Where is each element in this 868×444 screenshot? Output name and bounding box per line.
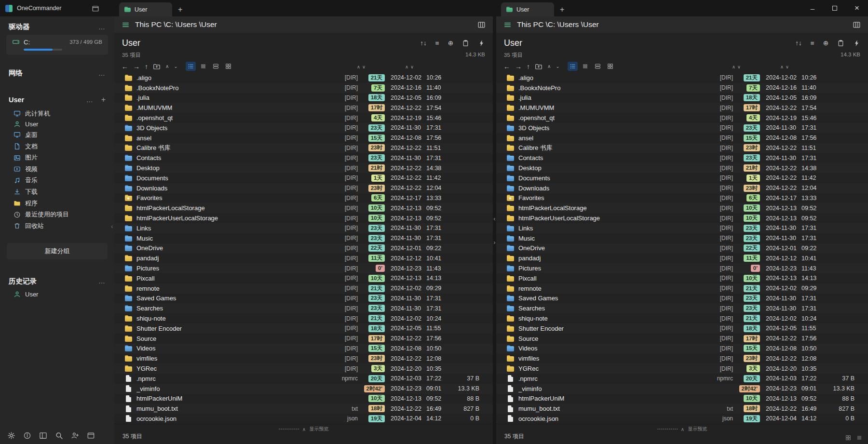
collapse-all-icon[interactable]: ∧ <box>547 64 551 69</box>
new-group-button[interactable]: 新建分组 <box>7 243 108 259</box>
preview-toggle[interactable]: ∧ 显示预览 <box>657 426 707 432</box>
file-row[interactable]: htmlPackerUniM10天2024-12-1309:5288 B <box>496 394 868 404</box>
sidebar-item[interactable]: User <box>5 290 109 300</box>
file-row[interactable]: ansel[DIR]15天2024-12-0817:56 <box>114 133 493 143</box>
view-list-button[interactable] <box>580 62 590 71</box>
file-row[interactable]: Shutter Encoder[DIR]18天2024-12-0511:55 <box>114 323 493 334</box>
group-by-icon[interactable]: ≡ <box>435 40 439 47</box>
search-icon[interactable] <box>55 431 63 440</box>
file-row[interactable]: Source[DIR]17时2024-12-2217:56 <box>496 334 868 344</box>
columns-icon[interactable] <box>477 21 486 29</box>
pane-divider[interactable]: ‹ › <box>493 16 496 444</box>
list-icon[interactable] <box>856 435 862 441</box>
sidebar-collapse-icon[interactable]: ‹ <box>111 223 113 230</box>
file-row[interactable]: pandadj[DIR]11天2024-12-1210:41 <box>496 253 868 263</box>
file-row[interactable]: Searches[DIR]23天2024-11-3017:31 <box>496 303 868 313</box>
file-row[interactable]: Pixcall[DIR]10天2024-12-1314:13 <box>496 273 868 283</box>
file-row[interactable]: .BookxNotePro[DIR]7天2024-12-1611:40 <box>496 83 868 93</box>
new-tab-button[interactable]: + <box>554 2 570 16</box>
sidebar-item[interactable]: 下载 <box>5 186 109 198</box>
sort-order-icon[interactable]: ↑↓ <box>420 40 427 47</box>
up-button[interactable]: ↑ <box>527 63 530 70</box>
drive-item-c[interactable]: C: 373 / 499 GB <box>6 35 108 55</box>
add-circle-icon[interactable]: ⊕ <box>448 40 453 47</box>
file-row[interactable]: .BookxNotePro[DIR]7天2024-12-1611:40 <box>114 83 493 93</box>
forward-button[interactable]: → <box>515 63 522 70</box>
gear-icon[interactable] <box>7 431 15 440</box>
maximize-button[interactable] <box>824 0 846 16</box>
file-row[interactable]: htmlPackerUserLocalStorage[DIR]10天2024-1… <box>114 213 493 223</box>
file-row[interactable]: mumu_boot.txttxt18时2024-12-2216:49827 B <box>114 404 493 414</box>
file-row[interactable]: Shutter Encoder[DIR]18天2024-12-0511:55 <box>496 323 868 334</box>
file-row[interactable]: Music[DIR]23天2024-11-3017:31 <box>114 233 493 243</box>
column-sort-type[interactable]: ∧∨ <box>731 64 742 69</box>
collapse-right-icon[interactable]: › <box>493 239 495 246</box>
view-tiles-button[interactable] <box>605 62 615 71</box>
file-row[interactable]: remnote[DIR]21天2024-12-0209:29 <box>114 283 493 294</box>
file-row[interactable]: pandadj[DIR]11天2024-12-1210:41 <box>114 253 493 263</box>
column-sort-type[interactable]: ∧∨ <box>356 64 366 69</box>
file-row[interactable]: Links[DIR]23天2024-11-3017:31 <box>496 223 868 233</box>
collapse-left-icon[interactable]: ‹ <box>493 215 495 222</box>
file-row[interactable]: .openshot_qt[DIR]4天2024-12-1915:46 <box>496 113 868 123</box>
sidebar-item[interactable]: 程序 <box>5 198 109 209</box>
sidebar-item[interactable]: 回收站 <box>5 220 109 232</box>
file-row[interactable]: Desktop[DIR]21时2024-12-2214:38 <box>496 163 868 173</box>
file-row[interactable]: ocrcookie.jsonjson19天2024-12-0414:120 B <box>496 414 868 424</box>
tab-user[interactable]: User <box>119 2 172 16</box>
file-row[interactable]: ★Favorites[DIR]6天2024-12-1713:33 <box>114 193 493 203</box>
file-row[interactable]: 3D Objects[DIR]23天2024-11-3017:31 <box>114 123 493 133</box>
sidebar-item[interactable]: User <box>5 120 109 130</box>
add-circle-icon[interactable]: ⊕ <box>823 40 828 47</box>
file-row[interactable]: Source[DIR]17时2024-12-2217:56 <box>114 334 493 344</box>
file-row[interactable]: remnote[DIR]21天2024-12-0209:29 <box>496 283 868 294</box>
breadcrumb-path[interactable]: This PC \C: \Users \User <box>135 20 217 29</box>
layout-icon[interactable] <box>39 431 47 440</box>
forward-button[interactable]: → <box>133 63 140 70</box>
user-add-button[interactable]: + <box>101 95 106 104</box>
person-add-icon[interactable] <box>71 431 79 440</box>
file-row[interactable]: YGRec[DIR]3天2024-12-2010:35 <box>496 363 868 374</box>
file-row[interactable]: Downloads[DIR]23时2024-12-2212:04 <box>114 183 493 193</box>
menu-icon[interactable] <box>503 21 512 29</box>
expand-all-icon[interactable]: ⌄ <box>174 64 177 69</box>
file-row[interactable]: .julia[DIR]18天2024-12-0516:09 <box>496 93 868 103</box>
file-row[interactable]: .MUMUVMM[DIR]17时2024-12-2217:54 <box>114 103 493 113</box>
tab-user[interactable]: User <box>501 2 554 16</box>
view-details-button[interactable] <box>186 62 196 71</box>
clipboard-icon[interactable] <box>462 40 469 47</box>
expand-all-icon[interactable]: ⌄ <box>556 64 559 69</box>
file-row[interactable]: OneDrive[DIR]22天2024-12-0109:22 <box>496 243 868 254</box>
file-row[interactable]: Downloads[DIR]23时2024-12-2212:04 <box>496 183 868 193</box>
file-row[interactable]: Pictures[DIR]0'2024-12-2311:43 <box>496 263 868 273</box>
file-row[interactable]: Pixcall[DIR]10天2024-12-1314:13 <box>114 273 493 283</box>
file-row[interactable]: YGRec[DIR]3天2024-12-2010:35 <box>114 363 493 374</box>
column-sort-date[interactable]: ∧∨ <box>404 64 415 69</box>
file-row[interactable]: Contacts[DIR]23天2024-11-3017:31 <box>496 153 868 163</box>
file-row[interactable]: _viminfo2时42'2024-12-2309:0113.3 KB <box>114 384 493 394</box>
file-row[interactable]: Calibre 书库[DIR]23时2024-12-2211:51 <box>114 143 493 153</box>
sidebar-item[interactable]: 此计算机 <box>5 108 109 120</box>
preview-toggle[interactable]: ∧ 显示预览 <box>279 426 328 432</box>
file-row[interactable]: Documents[DIR]1天2024-12-2211:42 <box>496 173 868 183</box>
file-row[interactable]: vimfiles[DIR]23时2024-12-2212:08 <box>114 353 493 363</box>
column-sort-date[interactable]: ∧∨ <box>779 64 790 69</box>
file-row[interactable]: .julia[DIR]18天2024-12-0516:09 <box>114 93 493 103</box>
close-button[interactable]: × <box>846 0 868 16</box>
file-row[interactable]: Contacts[DIR]23天2024-11-3017:31 <box>114 153 493 163</box>
file-row[interactable]: ocrcookie.jsonjson19天2024-12-0414:120 B <box>114 414 493 424</box>
clipboard-icon[interactable] <box>837 40 844 47</box>
file-row[interactable]: ★Favorites[DIR]6天2024-12-1713:33 <box>496 193 868 203</box>
file-row[interactable]: htmlPackerUniM10天2024-12-1309:5288 B <box>114 394 493 404</box>
new-folder-icon[interactable] <box>153 63 161 70</box>
file-row[interactable]: .npmrcnpmrc20天2024-12-0317:2237 B <box>496 374 868 384</box>
file-row[interactable]: htmlPackerUserLocalStorage[DIR]10天2024-1… <box>496 213 868 223</box>
new-window-button[interactable] <box>92 4 99 13</box>
drives-menu-button[interactable]: … <box>98 23 106 31</box>
new-folder-icon[interactable] <box>535 63 542 70</box>
quick-actions-icon[interactable] <box>853 40 860 47</box>
columns-icon[interactable] <box>853 21 861 29</box>
back-button[interactable]: ← <box>503 63 510 70</box>
sidebar-item[interactable]: 音乐 <box>5 175 109 187</box>
file-row[interactable]: OneDrive[DIR]22天2024-12-0109:22 <box>114 243 493 254</box>
